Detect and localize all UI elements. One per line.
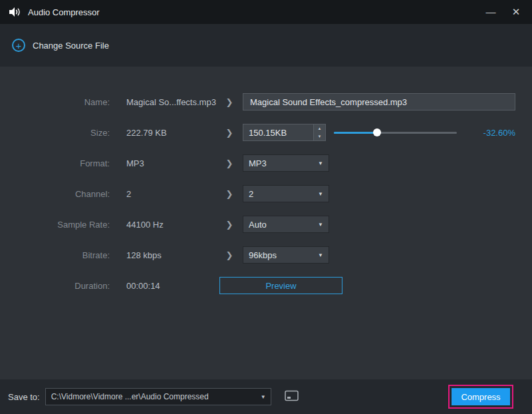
size-control: ▲ ▼ -32.60% — [243, 124, 532, 141]
save-path-dropdown-button[interactable]: ▼ — [256, 389, 271, 405]
size-slider-fill — [334, 132, 377, 134]
size-row: Size: 222.79 KB ❯ ▲ ▼ -32.60% — [0, 117, 532, 148]
name-row: Name: Magical So...ffects.mp3 ❯ — [0, 87, 532, 117]
bitrate-source-value: 128 kbps — [110, 250, 216, 260]
bitrate-dropdown[interactable]: 96kbps ▼ — [243, 246, 329, 264]
format-source-value: MP3 — [110, 158, 216, 168]
highlight-annotation: Compress — [448, 385, 513, 409]
settings-panel: Name: Magical So...ffects.mp3 ❯ Size: 22… — [0, 67, 532, 379]
chevron-down-icon: ▼ — [318, 191, 323, 197]
output-name-input[interactable] — [243, 93, 515, 110]
format-dropdown-value: MP3 — [249, 158, 267, 168]
bitrate-row: Bitrate: 128 kbps ❯ 96kbps ▼ — [0, 240, 532, 270]
chevron-right-icon: ❯ — [216, 128, 243, 138]
save-path-value: C:\Vidmore\Vidmore ...er\Audio Compresse… — [46, 392, 256, 401]
browse-folder-button[interactable] — [282, 388, 302, 405]
size-slider-handle[interactable] — [373, 128, 381, 136]
folder-icon — [285, 390, 299, 403]
name-source-value: Magical So...ffects.mp3 — [110, 97, 216, 107]
size-spinner-arrows: ▲ ▼ — [313, 124, 325, 140]
size-slider[interactable] — [334, 128, 457, 137]
chevron-down-icon: ▼ — [318, 252, 323, 258]
channel-control: 2 ▼ — [243, 185, 532, 202]
format-control: MP3 ▼ — [243, 154, 532, 172]
sample-rate-row: Sample Rate: 44100 Hz ❯ Auto ▼ — [0, 209, 532, 240]
audio-compressor-window: Audio Compressor — ✕ + Change Source Fil… — [0, 0, 532, 414]
titlebar: Audio Compressor — ✕ — [0, 0, 532, 24]
channel-dropdown[interactable]: 2 ▼ — [243, 185, 329, 202]
sample-rate-label: Sample Rate: — [0, 220, 110, 230]
channel-dropdown-value: 2 — [249, 189, 253, 199]
format-row: Format: MP3 ❯ MP3 ▼ — [0, 148, 532, 178]
window-title: Audio Compressor — [28, 7, 100, 17]
duration-label: Duration: — [0, 281, 110, 291]
chevron-right-icon: ❯ — [216, 158, 243, 168]
size-input[interactable] — [243, 124, 313, 140]
sample-rate-source-value: 44100 Hz — [110, 220, 216, 230]
window-controls: — ✕ — [484, 5, 523, 19]
sample-rate-control: Auto ▼ — [243, 216, 532, 233]
change-source-file-label: Change Source File — [33, 41, 109, 51]
size-decrease-button[interactable]: ▼ — [314, 132, 325, 140]
sample-rate-dropdown-value: Auto — [249, 220, 267, 230]
chevron-right-icon: ❯ — [216, 97, 243, 107]
name-control — [243, 93, 532, 110]
chevron-right-icon: ❯ — [216, 189, 243, 199]
header-bar: + Change Source File — [0, 24, 532, 67]
close-button[interactable]: ✕ — [509, 5, 523, 19]
minimize-button[interactable]: — — [484, 5, 497, 19]
name-label: Name: — [0, 97, 110, 107]
save-to-label: Save to: — [8, 392, 40, 402]
plus-icon: + — [12, 39, 25, 52]
footer-bar: Save to: C:\Vidmore\Vidmore ...er\Audio … — [0, 379, 532, 414]
size-reduction-percent: -32.60% — [483, 128, 515, 138]
chevron-right-icon: ❯ — [216, 220, 243, 230]
size-label: Size: — [0, 128, 110, 138]
format-label: Format: — [0, 158, 110, 168]
change-source-file-button[interactable]: + Change Source File — [12, 39, 109, 52]
channel-label: Channel: — [0, 189, 110, 199]
duration-row: Duration: 00:00:14 Preview — [0, 270, 532, 301]
chevron-down-icon: ▼ — [318, 160, 323, 166]
preview-button[interactable]: Preview — [219, 277, 342, 294]
bitrate-dropdown-value: 96kbps — [249, 250, 277, 260]
bitrate-label: Bitrate: — [0, 250, 110, 260]
speaker-icon — [9, 7, 21, 17]
size-slider-track — [334, 132, 457, 134]
save-path-field[interactable]: C:\Vidmore\Vidmore ...er\Audio Compresse… — [45, 388, 271, 405]
sample-rate-dropdown[interactable]: Auto ▼ — [243, 216, 329, 233]
bitrate-control: 96kbps ▼ — [243, 246, 532, 264]
duration-source-value: 00:00:14 — [110, 281, 216, 291]
channel-source-value: 2 — [110, 189, 216, 199]
size-increase-button[interactable]: ▲ — [314, 124, 325, 132]
format-dropdown[interactable]: MP3 ▼ — [243, 154, 329, 172]
size-spinner: ▲ ▼ — [243, 124, 326, 141]
compress-button[interactable]: Compress — [452, 388, 510, 405]
size-source-value: 222.79 KB — [110, 128, 216, 138]
chevron-down-icon: ▼ — [318, 222, 323, 228]
chevron-right-icon: ❯ — [216, 250, 243, 260]
channel-row: Channel: 2 ❯ 2 ▼ — [0, 178, 532, 209]
